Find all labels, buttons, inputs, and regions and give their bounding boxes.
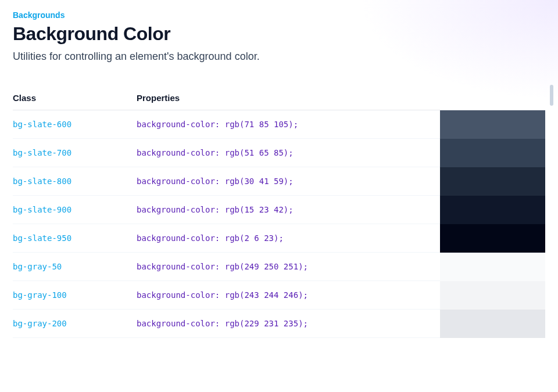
property-value: background-color: rgb(30 41 59); (137, 177, 440, 186)
class-name: bg-gray-50 (13, 262, 137, 271)
color-swatch (440, 224, 545, 253)
color-swatch (440, 310, 545, 338)
color-swatch (440, 110, 545, 139)
breadcrumb[interactable]: Backgrounds (13, 10, 545, 20)
color-swatch (440, 196, 545, 224)
table-body[interactable]: bg-slate-600background-color: rgb(71 85 … (13, 110, 545, 338)
column-header-class: Class (13, 93, 137, 103)
class-name: bg-gray-200 (13, 319, 137, 328)
property-value: background-color: rgb(2 6 23); (137, 233, 440, 243)
class-name: bg-gray-100 (13, 290, 137, 300)
property-value: background-color: rgb(15 23 42); (137, 205, 440, 214)
class-name: bg-slate-700 (13, 148, 137, 157)
table-row: bg-slate-600background-color: rgb(71 85 … (13, 110, 545, 139)
class-name: bg-slate-900 (13, 205, 137, 214)
table-row: bg-gray-200background-color: rgb(229 231… (13, 310, 545, 338)
page-title: Background Color (13, 23, 545, 45)
table-row: bg-slate-800background-color: rgb(30 41 … (13, 167, 545, 196)
class-name: bg-slate-600 (13, 120, 137, 129)
scrollbar-thumb[interactable] (550, 85, 553, 106)
table-row: bg-slate-900background-color: rgb(15 23 … (13, 196, 545, 224)
table-row: bg-slate-950background-color: rgb(2 6 23… (13, 224, 545, 253)
table-row: bg-gray-50background-color: rgb(249 250 … (13, 253, 545, 281)
page-subtitle: Utilities for controlling an element's b… (13, 51, 545, 63)
property-value: background-color: rgb(249 250 251); (137, 262, 440, 271)
class-name: bg-slate-950 (13, 233, 137, 243)
property-value: background-color: rgb(229 231 235); (137, 319, 440, 328)
property-value: background-color: rgb(51 65 85); (137, 148, 440, 157)
property-value: background-color: rgb(71 85 105); (137, 120, 440, 129)
property-value: background-color: rgb(243 244 246); (137, 290, 440, 300)
color-swatch (440, 139, 545, 167)
table-row: bg-gray-100background-color: rgb(243 244… (13, 281, 545, 310)
table-header: Class Properties (13, 93, 545, 110)
table-row: bg-slate-700background-color: rgb(51 65 … (13, 139, 545, 167)
color-swatch (440, 253, 545, 281)
color-swatch (440, 281, 545, 310)
column-header-properties: Properties (137, 93, 545, 103)
class-name: bg-slate-800 (13, 177, 137, 186)
color-swatch (440, 167, 545, 196)
